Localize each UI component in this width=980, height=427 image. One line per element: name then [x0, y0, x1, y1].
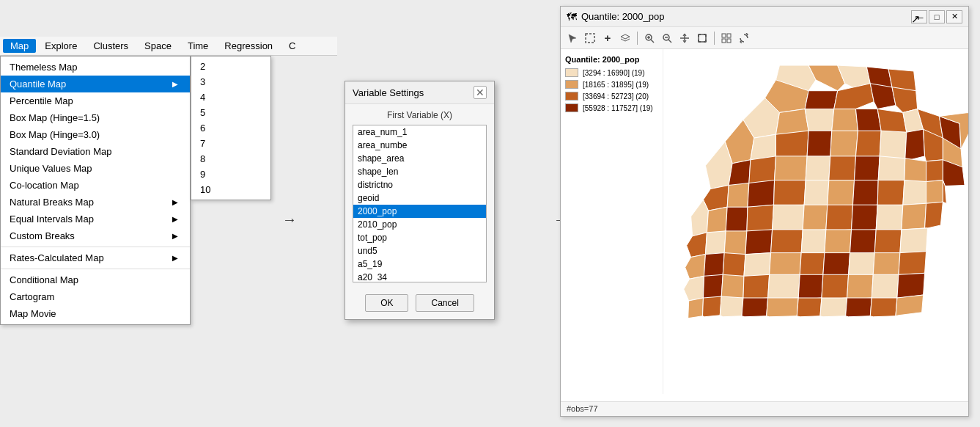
submenu-item-2[interactable]: 2: [191, 59, 270, 74]
submenu-item-3[interactable]: 3: [191, 74, 270, 90]
svg-marker-120: [688, 298, 704, 318]
svg-marker-99: [900, 228, 928, 253]
map-dropdown-menu: Themeless Map Quantile Map ▶ Percentile …: [0, 56, 191, 325]
legend-label-3: [33694 : 52723] (20): [583, 92, 649, 101]
legend-item-3: [33694 : 52723] (20): [565, 92, 658, 101]
var-und5[interactable]: und5: [353, 244, 486, 258]
svg-marker-118: [872, 274, 899, 299]
legend-swatch-3: [565, 92, 578, 101]
menu-item-boxmap15[interactable]: Box Map (Hinge=1.5): [1, 109, 190, 126]
quantile-submenu: 2 3 4 5 6 7 8 9 10: [191, 56, 271, 200]
menu-item-unique[interactable]: Unique Values Map: [1, 160, 190, 177]
menubar: Map Explore Clusters Space Time Regressi…: [0, 37, 337, 56]
var-shape-area[interactable]: shape_area: [353, 152, 486, 165]
svg-marker-104: [770, 253, 802, 277]
legend-label-1: [3294 : 16990] (19): [583, 69, 645, 77]
var-area-numbe[interactable]: area_numbe: [353, 139, 486, 152]
submenu-item-9[interactable]: 9: [191, 167, 270, 182]
cancel-button[interactable]: Cancel: [416, 294, 474, 312]
var-2010-pop[interactable]: 2010_pop: [353, 218, 486, 231]
dialog-body: First Variable (X) area_num_1 area_numbe…: [345, 104, 494, 288]
svg-marker-74: [853, 180, 879, 208]
var-tot-pop[interactable]: tot_pop: [353, 231, 486, 244]
variable-settings-dialog: Variable Settings ✕ First Variable (X) a…: [345, 81, 495, 320]
menu-item-percentile[interactable]: Percentile Map: [1, 92, 190, 109]
var-2000-pop[interactable]: 2000_pop: [353, 205, 486, 218]
ok-button[interactable]: OK: [365, 294, 408, 312]
pan-tool[interactable]: [677, 31, 692, 45]
svg-marker-65: [905, 158, 926, 183]
menu-item-quantile[interactable]: Quantile Map ▶: [1, 76, 190, 92]
var-districtno[interactable]: districtno: [353, 178, 486, 191]
submenu-item-6[interactable]: 6: [191, 120, 270, 136]
extent-tool[interactable]: [695, 31, 710, 45]
submenu-item-4[interactable]: 4: [191, 90, 270, 105]
svg-marker-66: [926, 160, 943, 182]
menu-item-mapmovie[interactable]: Map Movie: [1, 305, 190, 322]
menu-regression[interactable]: Regression: [217, 39, 280, 53]
svg-marker-81: [726, 207, 748, 234]
chicago-map-svg: [663, 49, 968, 394]
menu-item-custombreaks[interactable]: Custom Breaks ▶: [1, 227, 190, 244]
var-a5-19[interactable]: a5_19: [353, 258, 486, 271]
var-area-num-1[interactable]: area_num_1: [353, 125, 486, 139]
menu-time[interactable]: Time: [180, 39, 215, 53]
close-map-button[interactable]: ✕: [946, 10, 962, 23]
svg-marker-129: [896, 295, 924, 316]
grid-tool[interactable]: [719, 31, 734, 45]
svg-marker-117: [847, 274, 874, 299]
zoom-out-tool[interactable]: [660, 31, 674, 45]
svg-line-2: [651, 40, 654, 43]
menu-divider-1: [1, 247, 190, 247]
layers-tool[interactable]: [618, 31, 633, 45]
menu-item-themeless[interactable]: Themeless Map: [1, 59, 190, 76]
svg-marker-72: [804, 180, 829, 208]
svg-marker-113: [743, 274, 770, 299]
menu-map[interactable]: Map: [3, 39, 36, 53]
dialog-titlebar: Variable Settings ✕: [345, 81, 494, 104]
svg-marker-89: [925, 202, 943, 228]
svg-marker-62: [829, 156, 856, 182]
menu-item-boxmap30[interactable]: Box Map (Hinge=3.0): [1, 126, 190, 143]
menu-clusters[interactable]: Clusters: [86, 39, 136, 53]
obs-count: #obs=77: [567, 404, 598, 413]
svg-marker-103: [744, 253, 771, 278]
dialog-close-button[interactable]: ✕: [474, 86, 487, 99]
svg-marker-105: [800, 253, 825, 277]
menu-item-conditional[interactable]: Conditional Map: [1, 271, 190, 288]
pointer-tool[interactable]: [565, 31, 580, 45]
refresh-tool[interactable]: [737, 31, 751, 45]
legend-item-2: [18165 : 31895] (19): [565, 80, 658, 89]
submenu-item-8[interactable]: 8: [191, 151, 270, 167]
menu-explore[interactable]: Explore: [37, 39, 84, 53]
svg-marker-61: [806, 156, 830, 182]
variable-listbox[interactable]: area_num_1 area_numbe shape_area shape_l…: [353, 125, 487, 282]
restore-button[interactable]: □: [929, 10, 945, 23]
menu-item-equalintervals[interactable]: Equal Intervals Map ▶: [1, 211, 190, 227]
svg-rect-26: [727, 39, 731, 43]
var-geoid[interactable]: geoid: [353, 191, 486, 205]
menu-space[interactable]: Space: [137, 39, 179, 53]
menu-item-colocation[interactable]: Co-location Map: [1, 177, 190, 194]
var-shape-len[interactable]: shape_len: [353, 165, 486, 178]
dialog-buttons: OK Cancel: [345, 288, 494, 319]
zoom-in-tool[interactable]: [642, 31, 657, 45]
menu-extra[interactable]: C: [281, 39, 303, 53]
var-a20-34[interactable]: a20_34: [353, 271, 486, 282]
svg-marker-77: [926, 180, 943, 204]
svg-marker-76: [903, 180, 926, 205]
submenu-item-7[interactable]: 7: [191, 136, 270, 151]
svg-marker-102: [723, 253, 745, 278]
select-tool[interactable]: [583, 31, 597, 45]
add-tool[interactable]: +: [600, 31, 615, 45]
map-toolbar: +: [561, 27, 968, 49]
menu-item-naturalbreaks[interactable]: Natural Breaks Map ▶: [1, 194, 190, 211]
menu-item-cartogram[interactable]: Cartogram: [1, 288, 190, 305]
menu-item-rates[interactable]: Rates-Calculated Map ▶: [1, 249, 190, 266]
submenu-item-10[interactable]: 10: [191, 182, 270, 197]
svg-marker-49: [776, 131, 809, 160]
submenu-item-5[interactable]: 5: [191, 105, 270, 120]
svg-rect-25: [722, 39, 726, 43]
svg-marker-52: [855, 131, 881, 158]
menu-item-stddev[interactable]: Standard Deviation Map: [1, 143, 190, 160]
